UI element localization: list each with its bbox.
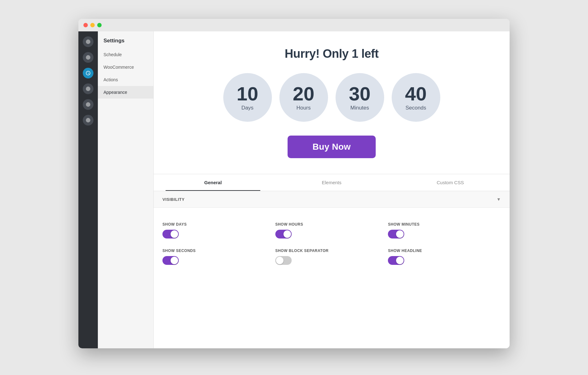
show-headline-toggle[interactable] [388,256,404,265]
hours-label: Hours [296,105,310,111]
close-button[interactable] [83,23,88,27]
countdown-minutes: 30 Minutes [336,73,384,122]
app-body: Settings Schedule WooCommerce Actions Ap… [78,31,510,348]
chevron-down-icon: ▼ [496,197,501,202]
show-seconds-knob [171,257,178,264]
show-days-toggle[interactable] [162,230,179,238]
settings-title: Settings [98,31,153,48]
show-hours-label: SHOW HOURS [275,222,388,227]
titlebar [78,19,510,31]
days-number: 10 [237,84,258,104]
section-header-visibility[interactable]: VISIBILITY ▼ [154,191,510,208]
toggle-item-show-block-separator: SHOW BLOCK SEPARATOR [275,244,388,270]
sidebar-icon-1[interactable] [83,36,93,47]
preview-headline: Hurry! Only 1 left [285,47,379,61]
svg-point-1 [86,55,90,60]
nav-item-woocommerce[interactable]: WooCommerce [98,61,153,73]
nav-item-schedule[interactable]: Schedule [98,48,153,61]
tab-custom-css[interactable]: Custom CSS [391,174,510,191]
svg-point-2 [86,87,90,91]
seconds-label: Seconds [405,105,426,111]
show-seconds-label: SHOW SECONDS [162,249,275,253]
days-label: Days [241,105,254,111]
countdown-seconds: 40 Seconds [392,73,440,122]
toggle-item-show-seconds: SHOW SECONDS [162,244,275,270]
tab-elements[interactable]: Elements [272,174,391,191]
show-headline-knob [396,257,404,264]
sidebar-icon-timer[interactable] [83,68,93,78]
show-hours-toggle[interactable] [275,230,292,238]
seconds-number: 40 [405,84,427,104]
section-title-visibility: VISIBILITY [162,197,185,202]
show-minutes-toggle[interactable] [388,230,404,238]
show-days-label: SHOW DAYS [162,222,275,227]
settings-section-visibility: VISIBILITY ▼ SHOW DAYS SHOW HOURS [154,191,510,279]
toggle-item-show-minutes: SHOW MINUTES [388,217,501,244]
sidebar-icon-3[interactable] [83,83,93,94]
minimize-button[interactable] [90,23,95,27]
icon-sidebar [78,31,98,348]
toggle-item-show-hours: SHOW HOURS [275,217,388,244]
toggles-grid: SHOW DAYS SHOW HOURS SHOW [154,208,510,279]
show-minutes-label: SHOW MINUTES [388,222,501,227]
minutes-number: 30 [349,84,371,104]
tabs-bar: General Elements Custom CSS [154,174,510,191]
show-headline-label: SHOW HEADLINE [388,249,501,253]
preview-area: Hurry! Only 1 left 10 Days 20 Hours 30 M… [154,31,510,174]
maximize-button[interactable] [97,23,102,27]
toggle-item-show-days: SHOW DAYS [162,217,275,244]
svg-point-3 [86,102,90,107]
sidebar-icon-5[interactable] [83,115,93,126]
countdown-hours: 20 Hours [279,73,328,122]
hours-number: 20 [293,84,315,104]
show-block-separator-toggle[interactable] [275,256,292,265]
show-block-separator-label: SHOW BLOCK SEPARATOR [275,249,388,253]
toggle-item-show-headline: SHOW HEADLINE [388,244,501,270]
show-minutes-knob [396,230,404,238]
svg-point-0 [86,40,90,44]
buy-now-button[interactable]: Buy Now [288,136,376,158]
show-hours-knob [283,230,291,238]
nav-item-actions[interactable]: Actions [98,73,153,86]
countdown-days: 10 Days [223,73,272,122]
show-days-knob [171,230,178,238]
svg-point-4 [86,118,90,122]
show-seconds-toggle[interactable] [162,256,179,265]
sidebar-icon-4[interactable] [83,99,93,110]
main-window: Settings Schedule WooCommerce Actions Ap… [78,19,510,348]
minutes-label: Minutes [350,105,369,111]
nav-item-appearance[interactable]: Appearance [98,86,153,99]
tab-general[interactable]: General [154,174,272,191]
main-content: Hurry! Only 1 left 10 Days 20 Hours 30 M… [154,31,510,348]
sidebar-icon-2[interactable] [83,52,93,63]
countdown-circles: 10 Days 20 Hours 30 Minutes 40 Seconds [223,73,440,122]
settings-sidebar: Settings Schedule WooCommerce Actions Ap… [98,31,154,348]
show-block-separator-knob [276,257,283,264]
